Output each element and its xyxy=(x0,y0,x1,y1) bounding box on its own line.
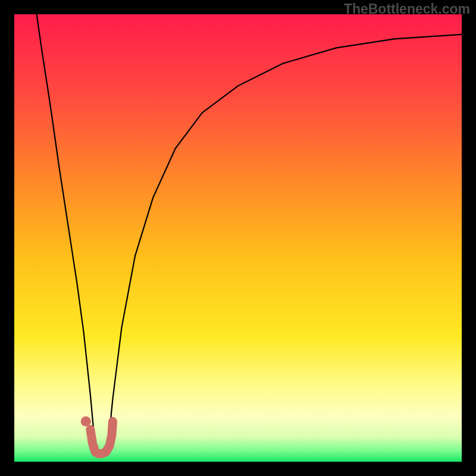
chart-frame: TheBottleneck.com xyxy=(0,0,476,476)
gradient-background xyxy=(14,14,462,462)
j-marker-dot xyxy=(81,416,91,427)
plot-area xyxy=(14,14,462,462)
plot-svg xyxy=(14,14,462,462)
watermark-text: TheBottleneck.com xyxy=(344,1,470,17)
